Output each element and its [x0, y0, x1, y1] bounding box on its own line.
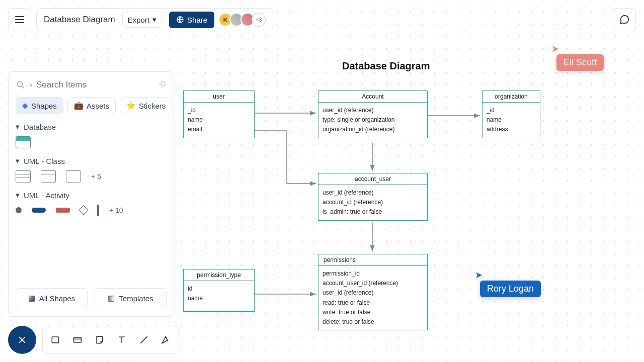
briefcase-icon: 💼 — [74, 101, 84, 110]
svg-line-10 — [140, 336, 147, 343]
entity-header: permissions — [318, 254, 427, 266]
button-label: Templates — [119, 294, 153, 303]
export-button[interactable]: Export ▾ — [122, 12, 162, 28]
button-label: All Shapes — [39, 294, 75, 303]
entity-header: Account — [318, 91, 427, 103]
entity-account[interactable]: Account user_id (reference) type: single… — [318, 90, 428, 138]
category-label: Database — [24, 123, 56, 131]
tab-shapes[interactable]: ◆ Shapes — [16, 97, 63, 114]
more-shapes[interactable]: + 5 — [91, 172, 101, 180]
uml-class-shape[interactable] — [66, 170, 81, 183]
card-tool[interactable] — [72, 334, 83, 345]
entity-body: _id name email — [184, 103, 254, 138]
entity-permissions[interactable]: permissions permission_id account_user_i… — [318, 254, 428, 330]
menu-button[interactable] — [8, 8, 31, 31]
collaborator-label: Rory Logan — [480, 281, 541, 297]
activity-start-shape[interactable] — [16, 207, 22, 213]
globe-icon — [176, 16, 184, 24]
svg-line-2 — [22, 86, 24, 88]
activity-action-shape[interactable] — [32, 208, 46, 213]
doc-title[interactable]: Database Diagram — [44, 15, 115, 25]
panel-tabs: ◆ Shapes 💼 Assets ⭐ Stickers — [16, 97, 167, 114]
collaborator-label: Eli Scott — [556, 54, 604, 71]
pen-tool[interactable] — [160, 334, 172, 345]
tab-assets[interactable]: 💼 Assets — [67, 97, 116, 114]
share-button[interactable]: Share — [169, 12, 214, 28]
top-bar: Database Diagram Export ▾ Share K +3 — [8, 8, 273, 31]
chevron-down-icon: ▾ — [152, 15, 156, 24]
activity-action-shape[interactable] — [56, 208, 70, 213]
grid-icon: ▦ — [28, 294, 35, 303]
tab-stickers[interactable]: ⭐ Stickers — [120, 97, 172, 114]
star-icon: ⭐ — [126, 101, 136, 110]
share-label: Share — [187, 16, 207, 24]
tab-label: Shapes — [31, 102, 57, 110]
category-uml-class[interactable]: ▾ UML - Class — [16, 156, 167, 165]
entity-header: account_user — [318, 173, 427, 185]
close-fab[interactable] — [8, 326, 36, 354]
all-shapes-button[interactable]: ▦ All Shapes — [16, 288, 88, 308]
diamond-icon: ◆ — [22, 101, 28, 110]
speech-bubble-icon — [619, 14, 630, 25]
category-uml-activity[interactable]: ▾ UML - Activity — [16, 191, 167, 200]
title-toolbar: Database Diagram Export ▾ Share K +3 — [36, 8, 273, 31]
search-icon — [16, 80, 26, 90]
cursor-icon: ➤ — [475, 269, 482, 281]
avatar-overflow[interactable]: +3 — [252, 13, 266, 27]
shapes-panel: ▾ ◆ Shapes 💼 Assets ⭐ Stickers ▾ Databas… — [8, 71, 174, 317]
entity-body: permission_id account_user_id (reference… — [318, 266, 427, 330]
tool-strip — [42, 326, 179, 354]
more-shapes[interactable]: + 10 — [109, 206, 123, 214]
search-input[interactable] — [36, 80, 154, 90]
svg-rect-6 — [74, 337, 82, 342]
text-tool[interactable] — [116, 334, 127, 345]
db-table-shape[interactable] — [16, 136, 31, 148]
pin-icon[interactable] — [158, 80, 167, 90]
templates-button[interactable]: ▥ Templates — [95, 288, 167, 308]
category-label: UML - Class — [24, 157, 65, 165]
cursor-icon: ➤ — [551, 43, 559, 54]
collaborator-cursor-rory: ➤ Rory Logan — [480, 269, 541, 297]
note-tool[interactable] — [94, 334, 105, 345]
diagram-title: Database Diagram — [342, 60, 430, 72]
tab-label: Assets — [87, 102, 109, 110]
entity-permission-type[interactable]: permission_type id name — [183, 269, 255, 312]
entity-header: permission_type — [184, 269, 254, 281]
activity-decision-shape[interactable] — [78, 205, 89, 215]
line-tool[interactable] — [138, 334, 149, 345]
svg-rect-5 — [52, 337, 58, 343]
collaborator-avatars[interactable]: K +3 — [221, 13, 266, 27]
entity-organization[interactable]: organization _id name address — [482, 90, 540, 138]
collaborator-cursor-eli: ➤ Eli Scott — [556, 43, 604, 71]
close-icon — [17, 335, 27, 345]
comments-button[interactable] — [613, 8, 636, 31]
template-icon: ▥ — [108, 294, 115, 303]
entity-body: id name — [184, 281, 254, 311]
entity-header: organization — [482, 91, 540, 103]
rectangle-tool[interactable] — [50, 334, 61, 345]
entity-header: user — [184, 91, 254, 103]
category-label: UML - Activity — [24, 191, 69, 200]
entity-body: _id name address — [482, 103, 540, 138]
entity-body: user_id (reference) type: single or orga… — [318, 103, 427, 138]
svg-point-1 — [17, 81, 22, 86]
entity-user[interactable]: user _id name email — [183, 90, 255, 138]
tab-label: Stickers — [139, 102, 166, 110]
category-database[interactable]: ▾ Database — [16, 122, 167, 131]
uml-class-shape[interactable] — [41, 170, 56, 183]
entity-body: user_id (reference) account_id (referenc… — [318, 185, 427, 220]
uml-class-shape[interactable] — [16, 170, 31, 183]
activity-bar-shape[interactable] — [97, 205, 99, 216]
bottom-toolbar — [8, 326, 179, 354]
export-label: Export — [128, 16, 149, 24]
search-dropdown-icon[interactable]: ▾ — [30, 82, 32, 88]
hamburger-icon — [15, 16, 24, 23]
entity-account-user[interactable]: account_user user_id (reference) account… — [318, 173, 428, 221]
